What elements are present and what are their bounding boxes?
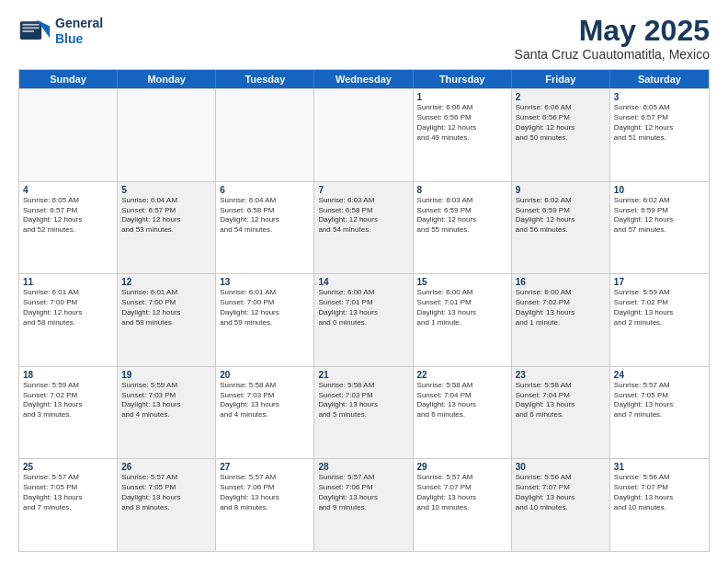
calendar-cell: 2Sunrise: 6:06 AM Sunset: 6:56 PM Daylig…: [512, 89, 610, 181]
calendar-body: 1Sunrise: 6:06 AM Sunset: 6:56 PM Daylig…: [19, 88, 709, 551]
calendar-cell: 18Sunrise: 5:59 AM Sunset: 7:02 PM Dayli…: [19, 367, 118, 459]
calendar-cell: 16Sunrise: 6:00 AM Sunset: 7:02 PM Dayli…: [512, 274, 610, 366]
calendar-cell: 11Sunrise: 6:01 AM Sunset: 7:00 PM Dayli…: [19, 274, 118, 366]
page: General Blue May 2025 Santa Cruz Cuautom…: [0, 0, 728, 563]
cell-info: Sunrise: 5:56 AM Sunset: 7:07 PM Dayligh…: [516, 473, 606, 512]
calendar-cell: [19, 89, 118, 181]
cell-info: Sunrise: 6:04 AM Sunset: 6:57 PM Dayligh…: [121, 196, 211, 236]
logo: General Blue: [18, 15, 103, 48]
day-number: 18: [23, 370, 113, 380]
calendar-row-0: 1Sunrise: 6:06 AM Sunset: 6:56 PM Daylig…: [19, 88, 709, 181]
cell-info: Sunrise: 5:58 AM Sunset: 7:03 PM Dayligh…: [220, 381, 310, 420]
day-number: 6: [220, 185, 310, 195]
day-number: 20: [220, 370, 310, 380]
calendar-cell: 17Sunrise: 5:59 AM Sunset: 7:02 PM Dayli…: [610, 274, 709, 366]
cell-info: Sunrise: 6:02 AM Sunset: 6:59 PM Dayligh…: [516, 196, 606, 236]
cell-info: Sunrise: 6:06 AM Sunset: 6:56 PM Dayligh…: [516, 103, 606, 143]
calendar-cell: 14Sunrise: 6:00 AM Sunset: 7:01 PM Dayli…: [314, 274, 413, 366]
svg-rect-1: [23, 24, 40, 26]
cell-info: Sunrise: 5:58 AM Sunset: 7:03 PM Dayligh…: [318, 381, 408, 420]
day-number: 22: [417, 370, 507, 380]
calendar-cell: 12Sunrise: 6:01 AM Sunset: 7:00 PM Dayli…: [118, 274, 216, 366]
day-number: 11: [23, 277, 113, 287]
cell-info: Sunrise: 5:57 AM Sunset: 7:06 PM Dayligh…: [220, 473, 310, 512]
day-number: 19: [121, 370, 211, 380]
cell-info: Sunrise: 6:06 AM Sunset: 6:56 PM Dayligh…: [417, 103, 507, 143]
header-cell-monday: Monday: [118, 70, 216, 88]
day-number: 8: [417, 185, 507, 195]
day-number: 5: [121, 185, 211, 195]
calendar-cell: 4Sunrise: 6:05 AM Sunset: 6:57 PM Daylig…: [19, 182, 118, 274]
cell-info: Sunrise: 5:59 AM Sunset: 7:03 PM Dayligh…: [121, 381, 211, 420]
calendar-cell: 26Sunrise: 5:57 AM Sunset: 7:05 PM Dayli…: [118, 459, 216, 551]
calendar-cell: 5Sunrise: 6:04 AM Sunset: 6:57 PM Daylig…: [118, 182, 216, 274]
cell-info: Sunrise: 6:01 AM Sunset: 7:00 PM Dayligh…: [220, 288, 310, 327]
day-number: 17: [614, 277, 705, 287]
cell-info: Sunrise: 6:00 AM Sunset: 7:01 PM Dayligh…: [417, 288, 507, 327]
cell-info: Sunrise: 5:57 AM Sunset: 7:05 PM Dayligh…: [121, 473, 211, 512]
calendar-cell: 6Sunrise: 6:04 AM Sunset: 6:58 PM Daylig…: [216, 182, 314, 274]
day-number: 28: [318, 462, 408, 472]
cell-info: Sunrise: 6:04 AM Sunset: 6:58 PM Dayligh…: [220, 196, 310, 236]
day-number: 10: [614, 185, 705, 195]
header-cell-tuesday: Tuesday: [216, 70, 314, 88]
cell-info: Sunrise: 5:57 AM Sunset: 7:05 PM Dayligh…: [614, 381, 705, 420]
calendar-cell: 8Sunrise: 6:03 AM Sunset: 6:59 PM Daylig…: [414, 182, 512, 274]
month-title: May 2025: [515, 15, 710, 47]
day-number: 26: [121, 462, 211, 472]
logo-text: General Blue: [55, 16, 103, 47]
calendar-cell: 10Sunrise: 6:02 AM Sunset: 6:59 PM Dayli…: [610, 182, 709, 274]
cell-info: Sunrise: 5:59 AM Sunset: 7:02 PM Dayligh…: [614, 288, 705, 327]
cell-info: Sunrise: 6:03 AM Sunset: 6:58 PM Dayligh…: [318, 196, 408, 236]
calendar-cell: [314, 89, 413, 181]
cell-info: Sunrise: 6:00 AM Sunset: 7:01 PM Dayligh…: [318, 288, 408, 327]
calendar-cell: 1Sunrise: 6:06 AM Sunset: 6:56 PM Daylig…: [414, 89, 512, 181]
svg-rect-3: [23, 30, 35, 32]
logo-icon: [18, 15, 51, 48]
calendar-cell: 28Sunrise: 5:57 AM Sunset: 7:06 PM Dayli…: [314, 459, 413, 551]
header: General Blue May 2025 Santa Cruz Cuautom…: [18, 15, 710, 62]
day-number: 2: [516, 92, 606, 102]
cell-info: Sunrise: 6:02 AM Sunset: 6:59 PM Dayligh…: [614, 196, 705, 236]
calendar-cell: 29Sunrise: 5:57 AM Sunset: 7:07 PM Dayli…: [414, 459, 512, 551]
day-number: 14: [318, 277, 408, 287]
cell-info: Sunrise: 5:59 AM Sunset: 7:02 PM Dayligh…: [23, 381, 113, 420]
calendar-cell: 7Sunrise: 6:03 AM Sunset: 6:58 PM Daylig…: [314, 182, 413, 274]
header-cell-friday: Friday: [512, 70, 610, 88]
cell-info: Sunrise: 6:05 AM Sunset: 6:57 PM Dayligh…: [23, 196, 113, 236]
calendar-row-2: 11Sunrise: 6:01 AM Sunset: 7:00 PM Dayli…: [19, 273, 709, 366]
day-number: 13: [220, 277, 310, 287]
calendar-cell: 24Sunrise: 5:57 AM Sunset: 7:05 PM Dayli…: [610, 367, 709, 459]
calendar-cell: [216, 89, 314, 181]
day-number: 9: [516, 185, 606, 195]
calendar-cell: 31Sunrise: 5:56 AM Sunset: 7:07 PM Dayli…: [610, 459, 709, 551]
calendar-cell: 22Sunrise: 5:58 AM Sunset: 7:04 PM Dayli…: [414, 367, 512, 459]
calendar-cell: 21Sunrise: 5:58 AM Sunset: 7:03 PM Dayli…: [314, 367, 413, 459]
header-cell-sunday: Sunday: [19, 70, 118, 88]
header-cell-wednesday: Wednesday: [314, 70, 413, 88]
cell-info: Sunrise: 5:58 AM Sunset: 7:04 PM Dayligh…: [516, 381, 606, 420]
calendar-cell: 19Sunrise: 5:59 AM Sunset: 7:03 PM Dayli…: [118, 367, 216, 459]
cell-info: Sunrise: 5:56 AM Sunset: 7:07 PM Dayligh…: [614, 473, 705, 512]
header-cell-saturday: Saturday: [610, 70, 709, 88]
day-number: 1: [417, 92, 507, 102]
calendar-cell: 23Sunrise: 5:58 AM Sunset: 7:04 PM Dayli…: [512, 367, 610, 459]
calendar-cell: 30Sunrise: 5:56 AM Sunset: 7:07 PM Dayli…: [512, 459, 610, 551]
calendar-cell: 27Sunrise: 5:57 AM Sunset: 7:06 PM Dayli…: [216, 459, 314, 551]
cell-info: Sunrise: 6:00 AM Sunset: 7:02 PM Dayligh…: [516, 288, 606, 327]
day-number: 23: [516, 370, 606, 380]
calendar-cell: [118, 89, 216, 181]
day-number: 29: [417, 462, 507, 472]
cell-info: Sunrise: 6:01 AM Sunset: 7:00 PM Dayligh…: [121, 288, 211, 327]
day-number: 31: [614, 462, 705, 472]
cell-info: Sunrise: 6:01 AM Sunset: 7:00 PM Dayligh…: [23, 288, 113, 327]
calendar-header-row: SundayMondayTuesdayWednesdayThursdayFrid…: [19, 70, 709, 88]
title-block: May 2025 Santa Cruz Cuautomatitla, Mexic…: [515, 15, 710, 62]
day-number: 12: [121, 277, 211, 287]
calendar-row-1: 4Sunrise: 6:05 AM Sunset: 6:57 PM Daylig…: [19, 181, 709, 274]
calendar-cell: 20Sunrise: 5:58 AM Sunset: 7:03 PM Dayli…: [216, 367, 314, 459]
day-number: 4: [23, 185, 113, 195]
day-number: 24: [614, 370, 705, 380]
calendar-row-3: 18Sunrise: 5:59 AM Sunset: 7:02 PM Dayli…: [19, 366, 709, 459]
day-number: 30: [516, 462, 606, 472]
